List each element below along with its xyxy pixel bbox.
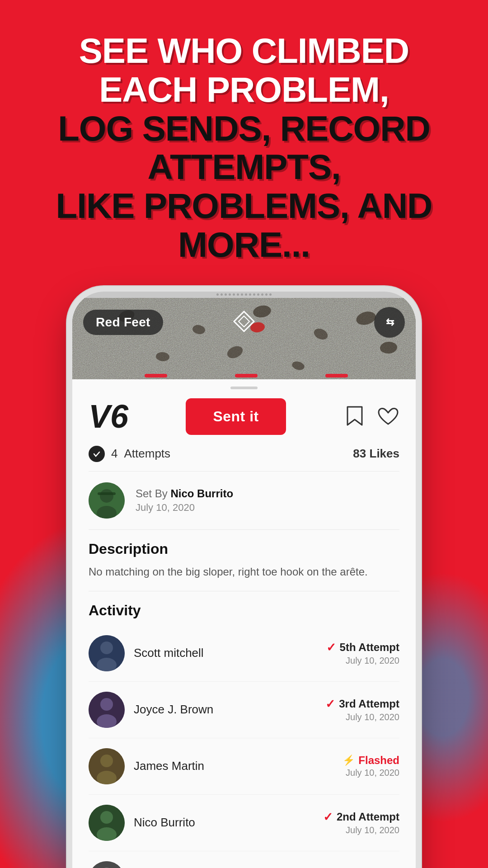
- activity-item: Nico Burrito ✓ 2nd Attempt July 10, 2020: [89, 795, 399, 851]
- attempt-text: Flashed: [358, 754, 399, 767]
- checkmark-icon: [92, 449, 101, 458]
- activity-item: Scott mitchell ✓ 5th Attempt July 10, 20…: [89, 625, 399, 682]
- setter-date: July 10, 2020: [136, 502, 233, 514]
- attempt-label: ✓ 3rd Attempt: [325, 697, 399, 711]
- action-icons: [343, 405, 399, 428]
- notch-dot: [221, 293, 223, 296]
- notch-dot: [257, 293, 259, 296]
- activity-avatar: [89, 748, 125, 784]
- attempt-label: ✓ 5th Attempt: [326, 641, 399, 655]
- svg-point-18: [100, 489, 113, 503]
- grade-row: V6 Sent it: [89, 398, 399, 435]
- activity-user-info: Joyce J. Brown: [134, 703, 316, 717]
- header-section: SEE WHO CLIMBED EACH PROBLEM, LOG SENDS,…: [0, 0, 488, 283]
- activity-user-name: Scott mitchell: [134, 646, 317, 660]
- setter-row: Set By Nico Burrito July 10, 2020: [89, 482, 399, 530]
- more-options-button[interactable]: ⇆: [374, 307, 405, 338]
- climbing-wall-top-bar: Red Feet ⇆: [72, 298, 416, 347]
- activity-result: ⚡ Flashed July 10, 2020: [343, 754, 399, 778]
- activity-result: ✓ 2nd Attempt July 10, 2020: [323, 810, 399, 835]
- content-area: V6 Sent it: [72, 379, 416, 868]
- climbing-wall-image: Red Feet ⇆: [72, 298, 416, 379]
- svg-rect-20: [98, 492, 116, 495]
- target-icon: [232, 310, 256, 333]
- activity-avatar: [89, 692, 125, 728]
- svg-point-25: [100, 698, 113, 711]
- activity-avatar: [89, 861, 125, 868]
- notch-dot: [269, 293, 272, 296]
- notch-dot: [249, 293, 251, 296]
- svg-rect-13: [235, 374, 258, 377]
- notch-dot: [265, 293, 267, 296]
- check-badge-icon: [89, 446, 105, 462]
- notch-dots: [216, 293, 272, 296]
- attempts-count: 4: [111, 447, 117, 461]
- activity-result: ✓ 3rd Attempt July 10, 2020: [325, 697, 399, 722]
- likes-label: Likes: [370, 447, 400, 460]
- svg-marker-15: [234, 311, 254, 331]
- center-icon: [232, 310, 256, 335]
- activity-list: Scott mitchell ✓ 5th Attempt July 10, 20…: [89, 625, 399, 868]
- notch-dot: [253, 293, 255, 296]
- activity-avatar: [89, 805, 125, 841]
- avatar-graphic: [89, 748, 125, 784]
- activity-section: Activity Scott mitchell ✓ 5th Attempt Ju…: [89, 602, 399, 868]
- notch-dot: [237, 293, 239, 296]
- notch-dot: [225, 293, 227, 296]
- activity-avatar: [89, 635, 125, 671]
- set-by-text: Set By Nico Burrito: [136, 487, 233, 500]
- activity-result: ✓ 5th Attempt July 10, 2020: [326, 641, 399, 666]
- activity-item: Joyce J. Brown ✓ 3rd Attempt July 10, 20…: [89, 682, 399, 738]
- activity-user-name: Joyce J. Brown: [134, 703, 316, 717]
- description-text: No matching on the big sloper, right toe…: [89, 564, 399, 591]
- avatar-graphic: [89, 805, 125, 841]
- header-line3: LIKE PROBLEMS, AND MORE...: [56, 186, 432, 264]
- header-line2: LOG SENDS, RECORD ATTEMPTS,: [58, 108, 430, 187]
- avatar-graphic: [89, 861, 125, 868]
- check-icon: ✓: [325, 697, 335, 711]
- svg-point-28: [100, 755, 113, 767]
- attempts-display: 4 Attempts: [89, 446, 170, 462]
- svg-rect-14: [325, 374, 348, 377]
- attempt-label: ✓ 2nd Attempt: [323, 810, 399, 824]
- activity-item: Robbie 1st Ascent ✓ 4th Attempt July 10,…: [89, 851, 399, 868]
- check-icon: ✓: [323, 810, 333, 824]
- grade-display: V6: [89, 400, 128, 433]
- attempt-text: 2nd Attempt: [337, 811, 399, 823]
- notch-dot: [261, 293, 263, 296]
- attempt-date: July 10, 2020: [343, 768, 399, 778]
- drag-pill: [230, 387, 258, 389]
- setter-avatar: [89, 482, 125, 519]
- header-line1: SEE WHO CLIMBED EACH PROBLEM,: [79, 31, 409, 109]
- setter-avatar-graphic: [89, 482, 125, 519]
- activity-user-info: Scott mitchell: [134, 646, 317, 660]
- like-button[interactable]: [377, 405, 399, 428]
- setter-name: Nico Burrito: [170, 487, 233, 500]
- attempts-label: Attempts: [124, 447, 170, 461]
- check-icon: ✓: [326, 641, 336, 655]
- svg-point-31: [100, 811, 113, 824]
- svg-point-33: [89, 861, 125, 868]
- notch-dot: [216, 293, 219, 296]
- attempt-date: July 10, 2020: [323, 825, 399, 835]
- feet-tag[interactable]: Red Feet: [83, 310, 163, 335]
- setter-info: Set By Nico Burrito July 10, 2020: [136, 487, 233, 514]
- description-title: Description: [89, 541, 399, 557]
- activity-user-name: James Martin: [134, 759, 333, 773]
- activity-user-info: James Martin: [134, 759, 333, 773]
- bookmark-icon: [346, 406, 364, 427]
- heart-icon: [378, 407, 399, 426]
- svg-marker-16: [239, 316, 249, 327]
- phone-notch: [72, 292, 416, 298]
- sent-it-button[interactable]: Sent it: [186, 398, 286, 435]
- phone-wrapper: Red Feet ⇆ V6: [0, 292, 488, 868]
- attempt-date: July 10, 2020: [325, 712, 399, 722]
- activity-user-info: Nico Burrito: [134, 816, 314, 830]
- set-by-prefix: Set By: [136, 487, 168, 500]
- likes-display: 83 Likes: [353, 447, 399, 461]
- stats-row: 4 Attempts 83 Likes: [89, 446, 399, 472]
- bookmark-button[interactable]: [343, 405, 366, 428]
- activity-user-name: Nico Burrito: [134, 816, 314, 830]
- notch-dot: [233, 293, 235, 296]
- likes-count: 83: [353, 447, 366, 460]
